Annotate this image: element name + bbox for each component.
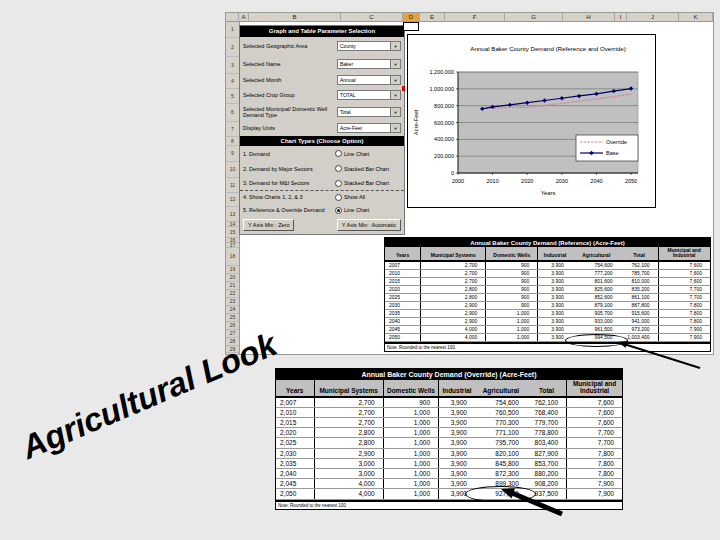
row-header-26[interactable]: 26 — [226, 322, 239, 330]
cell: 2,700 — [421, 277, 486, 285]
radio-button[interactable] — [335, 165, 342, 172]
cell: 905,700 — [572, 309, 621, 317]
row-header-8[interactable]: 8 — [226, 137, 239, 146]
cell: 899,300 — [475, 479, 527, 489]
chevron-down-icon[interactable]: ▼ — [390, 60, 400, 68]
cell: 1,000 — [383, 489, 438, 499]
chart-option-row: 3. Demand for M&I SectorsStacked Bar Cha… — [240, 176, 404, 190]
cell: 2020 — [385, 285, 421, 293]
option-choice-label: Line Chart — [344, 207, 369, 213]
row-header-12[interactable]: 12 — [226, 193, 239, 207]
column-header-I[interactable]: I — [615, 13, 627, 21]
column-header-D[interactable]: D — [403, 13, 420, 21]
radio-button[interactable] — [335, 194, 342, 201]
column-header-F[interactable]: F — [445, 13, 505, 21]
cell: 1,000 — [383, 407, 438, 417]
cell: 2,900 — [421, 309, 486, 317]
option-choice: Line Chart — [335, 207, 401, 214]
row-header-7[interactable]: 7 — [226, 122, 239, 137]
cell: 900 — [383, 397, 438, 408]
table-row: 2,0152,7001,0003,900770,300779,7007,600 — [276, 418, 622, 428]
table-row: 2,0403,0001,0003,900872,300880,2007,800 — [276, 469, 622, 479]
dropdown-selected-name[interactable]: Baker▼ — [337, 59, 401, 69]
chevron-down-icon[interactable]: ▼ — [390, 76, 400, 84]
radio-button[interactable] — [335, 207, 342, 214]
cell: 810,000 — [621, 277, 658, 285]
table-row: 2,0353,0001,0003,900845,800853,7007,800 — [276, 458, 622, 468]
column-headers: ABCDEFGHIJK — [226, 13, 713, 22]
table-footnote: Note: Rounded to the nearest 100. — [385, 342, 710, 351]
row-header-23[interactable]: 23 — [226, 298, 239, 306]
column-header-A[interactable]: A — [239, 13, 249, 21]
reference-table: Annual Baker County Demand (Reference) (… — [384, 237, 711, 352]
field-row: Display UnitsAcre-Feet▼ — [240, 121, 404, 136]
cell: 3,000 — [314, 458, 383, 468]
row-header-10[interactable]: 10 — [226, 162, 239, 178]
cell: 2,900 — [421, 301, 486, 309]
row-header-20[interactable]: 20 — [226, 274, 239, 282]
cell: 2,900 — [314, 448, 383, 458]
field-row: Selected MonthAnnual▼ — [240, 73, 404, 88]
cell: 879,100 — [572, 301, 621, 309]
row-header-5[interactable]: 5 — [226, 89, 239, 104]
dropdown-selected-municipal-domestic-well-demand-type[interactable]: Total▼ — [337, 107, 401, 117]
row-header-2[interactable]: 2 — [226, 38, 239, 57]
cell: 1,000 — [383, 469, 438, 479]
corner-cell — [226, 13, 239, 21]
cell: 3,900 — [538, 301, 572, 309]
row-header-21[interactable]: 21 — [226, 282, 239, 290]
dropdown-display-units[interactable]: Acre-Feet▼ — [337, 123, 401, 133]
chevron-down-icon[interactable]: ▼ — [390, 124, 400, 132]
y-axis-button[interactable]: Y Axis Min : Zero — [243, 219, 294, 231]
svg-text:2030: 2030 — [556, 178, 568, 184]
row-header-24[interactable]: 24 — [226, 306, 239, 314]
table-row: 2,0202,8001,0003,900771,100778,8007,700 — [276, 428, 622, 438]
column-header-H[interactable]: H — [563, 13, 615, 21]
row-header-4[interactable]: 4 — [226, 74, 239, 89]
chart-option-row: 5. Reference & Override DemandLine Chart — [240, 203, 404, 217]
chevron-down-icon[interactable]: ▼ — [390, 42, 400, 50]
selected-cell-d1[interactable] — [403, 22, 419, 31]
option-choice: Stacked Bar Chart — [335, 165, 401, 172]
chevron-down-icon[interactable]: ▼ — [390, 91, 400, 99]
row-header-25[interactable]: 25 — [226, 314, 239, 322]
panel-buttons: Y Axis Min : ZeroY Axis Min : Automatic — [240, 217, 404, 234]
row-header-11[interactable]: 11 — [226, 178, 239, 193]
dropdown-selected-geographic-area[interactable]: County▼ — [337, 41, 401, 51]
option-choice-label: Stacked Bar Chart — [344, 180, 389, 186]
column-header-B[interactable]: B — [249, 13, 341, 21]
column-header-G[interactable]: G — [505, 13, 563, 21]
column-header-J[interactable]: J — [627, 13, 679, 21]
chevron-down-icon[interactable]: ▼ — [390, 108, 400, 116]
dropdown-selected-crop-group[interactable]: TOTAL▼ — [337, 90, 401, 100]
table-row: 2,0504,0001,0003,900927,700937,5007,900 — [276, 489, 622, 499]
cell: 900 — [486, 269, 538, 277]
column-header: Agricultural — [475, 380, 527, 397]
row-header-1[interactable]: 1 — [226, 22, 239, 38]
table-title: Annual Baker County Demand (Reference) (… — [385, 238, 710, 247]
column-header: Municipal and Industrial — [658, 247, 710, 261]
row-header-13[interactable]: 13 — [226, 207, 239, 222]
table-row: 20252,8009003,900852,600861,1007,700 — [385, 293, 710, 301]
cell: 754,600 — [572, 261, 621, 270]
radio-button[interactable] — [335, 150, 342, 157]
column-header-C[interactable]: C — [341, 13, 403, 21]
row-header-22[interactable]: 22 — [226, 290, 239, 298]
row-header-9[interactable]: 9 — [226, 146, 239, 162]
svg-text:2000: 2000 — [452, 178, 464, 184]
dropdown-selected-month[interactable]: Annual▼ — [337, 75, 401, 85]
cell: 2015 — [385, 277, 421, 285]
column-header-E[interactable]: E — [420, 13, 445, 21]
row-header-19[interactable]: 19 — [226, 266, 239, 274]
cell: 900 — [486, 285, 538, 293]
cell: 1,000 — [486, 333, 538, 341]
row-header-18[interactable]: 18 — [226, 248, 239, 266]
y-axis-button[interactable]: Y Axis Min : Automatic — [337, 219, 401, 231]
row-header-6[interactable]: 6 — [226, 104, 239, 122]
radio-button[interactable] — [335, 180, 342, 187]
row-header-3[interactable]: 3 — [226, 57, 239, 74]
column-header-K[interactable]: K — [679, 13, 713, 21]
cell: 7,800 — [567, 469, 622, 479]
cell: 795,700 — [475, 438, 527, 448]
option-label: 3. Demand for M&I Sectors — [243, 180, 335, 186]
